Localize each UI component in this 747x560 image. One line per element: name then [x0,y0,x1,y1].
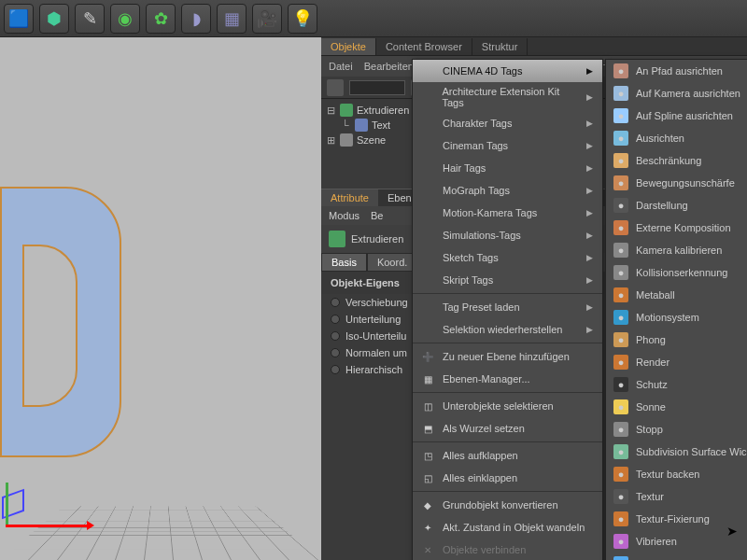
tag-menu-item[interactable]: ●Vibrieren [606,530,747,553]
tag-menu-item[interactable]: ●Kamera kalibrieren [606,239,747,261]
tab-objekte[interactable]: Objekte [321,38,376,55]
tag-menu-item[interactable]: ●Sonne [606,396,747,418]
tag-menu-item[interactable]: ●Stopp [606,418,747,441]
tag-menu-item[interactable]: ●Textur-Fixierung [606,508,747,530]
menu-item[interactable]: ◫Unterobjekte selektieren [413,395,602,417]
menu-item[interactable]: MoGraph Tags▶ [413,179,602,202]
tag-menu-item[interactable]: ●Render [606,351,747,373]
tool-grid[interactable]: ▦ [217,4,247,34]
menu-item[interactable]: Sketch Tags▶ [413,246,602,269]
menu-item[interactable]: Selektion wiederherstellen▶ [413,318,602,341]
tab-struktur[interactable]: Struktur [472,38,529,55]
tag-menu-item[interactable]: ●Kollisionserkennung [606,261,747,284]
menu-item[interactable]: ➕Zu neuer Ebene hinzufügen [413,345,602,368]
tag-menu-item[interactable]: ●Schutz [606,373,747,396]
extrude-icon [329,231,345,247]
menu-bearbeiten[interactable]: Bearbeiten [364,61,414,72]
menu-item[interactable]: Skript Tags▶ [413,269,602,291]
menu-item[interactable]: ◱Alles einklappen [413,467,602,489]
tag-menu-item[interactable]: ●Auf Kamera ausrichten [606,82,747,105]
tool-spline[interactable]: ✎ [75,4,105,34]
menu-item[interactable]: Motion-Kamera Tags▶ [413,202,602,224]
tool-deformer[interactable]: ✿ [146,4,176,34]
menu-datei[interactable]: Datei [329,61,353,72]
tag-menu-item[interactable]: ●Beschränkung [606,149,747,172]
tag-menu-item[interactable]: ●WWW [606,553,747,560]
menu-item[interactable]: Tag Preset laden▶ [413,296,602,318]
main-toolbar: 🟦 ⬢ ✎ ◉ ✿ ◗ ▦ 🎥 💡 [0,0,747,37]
tag-menu-item[interactable]: ●Externe Komposition [606,217,747,239]
context-menu-tags: CINEMA 4D Tags▶Architecture Extension Ki… [412,59,603,560]
tool-camera[interactable]: 🎥 [252,4,282,34]
menu-item[interactable]: Hair Tags▶ [413,157,602,179]
grid-floor [0,506,321,560]
tool-generator[interactable]: ◉ [110,4,140,34]
submenu-c4d-tags: ●An Pfad ausrichten●Auf Kamera ausrichte… [605,59,747,560]
menu-item[interactable]: ▦Ebenen-Manager... [413,368,602,390]
panel-tabs: Objekte Content Browser Struktur [321,37,747,56]
tool-light[interactable]: 💡 [288,4,317,34]
axis-y [6,483,8,525]
subtab-koord[interactable]: Koord. [367,253,417,272]
tag-menu-item[interactable]: ●Phong [606,329,747,351]
tag-menu-item[interactable]: ●Auf Spline ausrichten [606,105,747,127]
menu-item[interactable]: CINEMA 4D Tags▶ [413,60,602,82]
attr-title: Extrudieren [351,233,403,245]
tag-menu-item[interactable]: ●Subdivision Surface Wic [606,441,747,463]
menu-item[interactable]: Charakter Tags▶ [413,112,602,134]
tool-cube[interactable]: 🟦 [4,4,34,34]
tag-menu-item[interactable]: ●Motionsystem [606,306,747,329]
tag-menu-item[interactable]: ●Metaball [606,284,747,306]
tag-menu-item[interactable]: ●Darstellung [606,194,747,217]
object-letter-d[interactable] [0,187,121,457]
menu-item[interactable]: ◳Alles aufklappen [413,444,602,467]
viewport[interactable] [0,37,321,560]
tag-menu-item[interactable]: ●Textur [606,485,747,508]
tab-attribute[interactable]: Attribute [321,189,378,206]
search-input[interactable] [349,80,405,95]
tool-environment[interactable]: ◗ [181,4,211,34]
axis-x [6,525,90,527]
tag-menu-item[interactable]: ●An Pfad ausrichten [606,60,747,82]
tag-menu-item[interactable]: ●Ausrichten [606,127,747,149]
menu-item[interactable]: Simulations-Tags▶ [413,224,602,246]
subtab-basis[interactable]: Basis [321,253,367,272]
menu-item[interactable]: ◆Grundobjekt konvertieren [413,494,602,516]
menu-item: ✕Objekte verbinden [413,539,602,560]
tag-menu-item[interactable]: ●Textur backen [606,463,747,485]
attr-menu-modus[interactable]: Modus [329,210,359,221]
menu-item[interactable]: ✦Akt. Zustand in Objekt wandeln [413,516,602,539]
tab-content-browser[interactable]: Content Browser [376,38,472,55]
tool-primitive[interactable]: ⬢ [39,4,69,34]
menu-item[interactable]: ⬒Als Wurzel setzen [413,417,602,440]
menu-item[interactable]: Cineman Tags▶ [413,134,602,157]
filter-btn[interactable] [327,79,344,96]
attr-menu-bearbeiten[interactable]: Be [371,210,383,221]
tag-menu-item[interactable]: ●Bewegungsunschärfe [606,172,747,194]
menu-item[interactable]: Architecture Extension Kit Tags▶ [413,82,602,112]
